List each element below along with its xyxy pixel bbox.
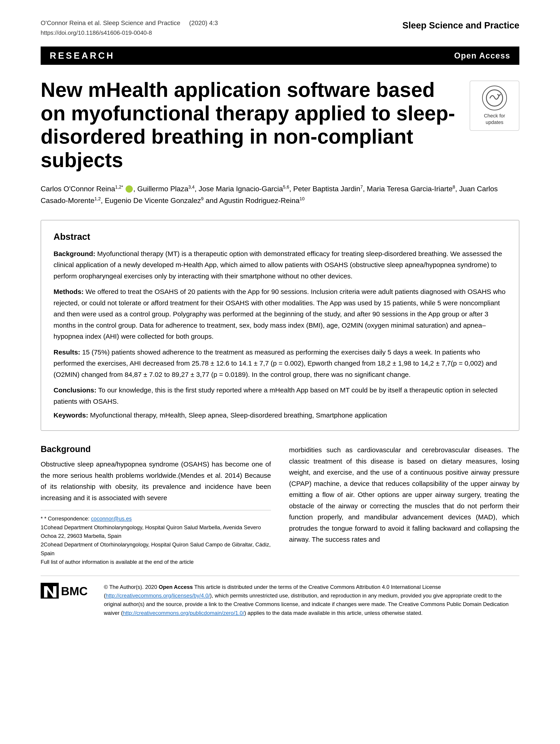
citation-text: O'Connor Reina et al. Sleep Science and … <box>41 20 180 27</box>
year-vol: (2020) 4:3 <box>189 20 218 27</box>
abstract-conclusions-text: To our knowledge, this is the first stud… <box>53 386 498 405</box>
abstract-results-label: Results: <box>53 348 80 356</box>
keywords-label: Keywords: <box>53 411 88 419</box>
abstract-conclusions: Conclusions: To our knowledge, this is t… <box>53 384 507 407</box>
doi-line: https://doi.org/10.1186/s41606-019-0040-… <box>41 28 218 38</box>
body-two-col: Background Obstructive sleep apnea/hypop… <box>41 444 519 566</box>
full-list-line: Full list of author information is avail… <box>41 558 271 566</box>
copyright-text: © The Author(s). 2020 <box>104 584 157 590</box>
col-right: morbidities such as cardiovascular and c… <box>289 444 519 566</box>
citation-line: O'Connor Reina et al. Sleep Science and … <box>41 18 218 28</box>
research-banner: RESEARCH Open Access <box>41 46 519 65</box>
footnote2-line: 2Cohead Department of Otorhinolaryngolog… <box>41 540 271 558</box>
open-access-label: Open Access <box>454 51 510 61</box>
doi-text: https://doi.org/10.1186/s41606-019-0040-… <box>41 29 152 36</box>
svg-text:BMC: BMC <box>61 585 87 598</box>
bmc-logo: BMC <box>41 583 90 602</box>
abstract-methods-label: Methods: <box>53 288 83 295</box>
background-left-content: Obstructive sleep apnea/hypopnea syndrom… <box>41 460 271 501</box>
research-label: RESEARCH <box>50 50 115 61</box>
check-updates-text: Check forupdates <box>484 113 505 125</box>
footer-text: © The Author(s). 2020 Open Access This a… <box>104 583 519 618</box>
col-left: Background Obstructive sleep apnea/hypop… <box>41 444 271 566</box>
background-heading: Background <box>41 444 271 454</box>
abstract-background-text: Myofunctional therapy (MT) is a therapeu… <box>53 250 502 280</box>
license-url[interactable]: http://creativecommons.org/licenses/by/4… <box>106 593 210 599</box>
correspondence-label: * Correspondence: <box>44 516 89 522</box>
abstract-box: Abstract Background: Myofunctional thera… <box>41 220 519 431</box>
title-area: New mHealth application software based o… <box>41 78 519 172</box>
background-right-text: morbidities such as cardiovascular and c… <box>289 444 519 545</box>
correspondence-email[interactable]: coconnor@us.es <box>91 516 132 522</box>
check-updates-svg <box>485 89 503 107</box>
header-citation: O'Connor Reina et al. Sleep Science and … <box>41 18 218 37</box>
main-title: New mHealth application software based o… <box>41 78 456 172</box>
footer-area: BMC © The Author(s). 2020 Open Access Th… <box>41 575 519 618</box>
public-domain-url[interactable]: http://creativecommons.org/publicdomain/… <box>123 610 244 616</box>
authors-line: Carlos O'Connor Reina1,2* , Guillermo Pl… <box>41 183 519 206</box>
license-text3: ) applies to the data made available in … <box>244 610 423 616</box>
open-access-footer-label: Open Access <box>159 584 193 590</box>
check-updates-icon <box>482 85 507 110</box>
correspondence-line: * * Correspondence: coconnor@us.es <box>41 514 271 523</box>
footnotes: * * Correspondence: coconnor@us.es 1Cohe… <box>41 510 271 566</box>
abstract-background-label: Background: <box>53 250 95 257</box>
bmc-logo-svg: BMC <box>41 583 90 601</box>
orcid-icon <box>125 185 133 193</box>
background-left-text: Obstructive sleep apnea/hypopnea syndrom… <box>41 458 271 503</box>
check-updates-box[interactable]: Check forupdates <box>470 81 519 131</box>
abstract-methods: Methods: We offered to treat the OSAHS o… <box>53 286 507 342</box>
abstract-conclusions-label: Conclusions: <box>53 386 97 394</box>
footnote1-line: 1Cohead Department Otorhinolaryngology, … <box>41 523 271 541</box>
abstract-results: Results: 15 (75%) patients showed adhere… <box>53 346 507 380</box>
page: O'Connor Reina et al. Sleep Science and … <box>0 0 560 744</box>
keywords-line: Keywords: Myofunctional therapy, mHealth… <box>53 411 507 419</box>
keywords-text: Myofunctional therapy, mHealth, Sleep ap… <box>90 411 387 419</box>
header: O'Connor Reina et al. Sleep Science and … <box>41 18 519 37</box>
star-marker: * <box>41 516 44 522</box>
abstract-results-text: 15 (75%) patients showed adherence to th… <box>53 348 497 378</box>
abstract-background: Background: Myofunctional therapy (MT) i… <box>53 248 507 282</box>
abstract-methods-text: We offered to treat the OSAHS of 20 pati… <box>53 288 506 340</box>
abstract-title: Abstract <box>53 232 507 242</box>
journal-name: Sleep Science and Practice <box>402 20 519 31</box>
background-right-content: morbidities such as cardiovascular and c… <box>289 446 519 543</box>
